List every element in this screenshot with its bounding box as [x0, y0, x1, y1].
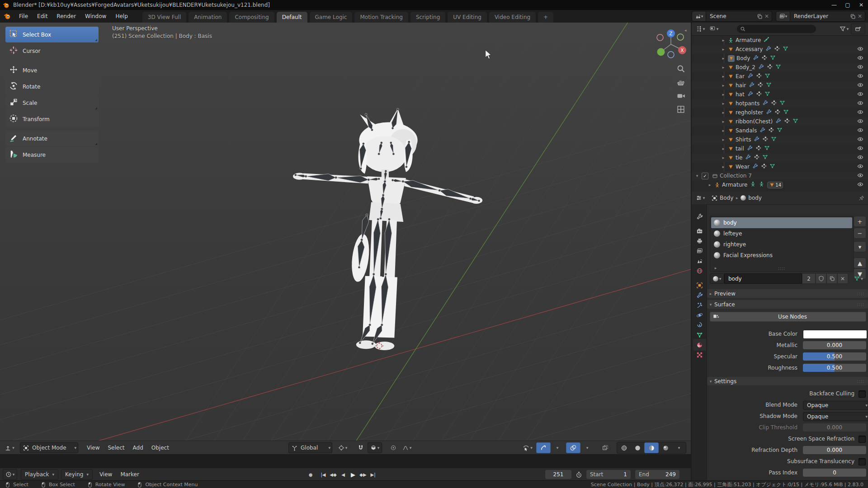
eye-icon[interactable] — [857, 163, 863, 169]
overlays-dropdown[interactable]: ▾ — [580, 443, 594, 453]
meshdata-icon[interactable] — [777, 127, 783, 133]
outliner-row-armature[interactable]: ▸Armature14 — [692, 180, 868, 189]
grip-handle[interactable]: :::: — [778, 266, 849, 271]
eye-icon[interactable] — [857, 91, 863, 97]
users-count-button[interactable]: 2 — [802, 273, 816, 284]
bone-icon[interactable] — [764, 37, 769, 42]
material-slot-facial-expressions[interactable]: Facial Expressions — [711, 250, 852, 261]
pivot-dropdown[interactable]: ▾ — [336, 443, 349, 453]
material-slot-body[interactable]: body — [711, 217, 852, 228]
outliner-item-name[interactable]: Body — [736, 55, 750, 61]
scene-selector[interactable]: ▾ Scene ✕ — [692, 11, 772, 22]
vgroup-icon[interactable] — [768, 127, 774, 133]
eye-icon[interactable] — [857, 64, 863, 70]
outliner-item-name[interactable]: hotpants — [736, 100, 760, 107]
shading-wireframe-button[interactable] — [617, 443, 631, 453]
tool-move[interactable]: Move — [5, 62, 99, 78]
workspace-tab-default[interactable]: Default — [277, 12, 307, 23]
viewport-menu-object[interactable]: Object — [147, 442, 173, 453]
new-material-button[interactable] — [826, 273, 837, 284]
section-settings[interactable]: ▾Settings:::: — [707, 377, 868, 385]
checkbox-backface-culling[interactable] — [859, 390, 866, 398]
wrench-icon[interactable] — [758, 64, 764, 70]
outliner-row-hotpants[interactable]: ▸hotpants — [692, 99, 868, 108]
new-collection-icon[interactable] — [851, 23, 865, 34]
vgroup-icon[interactable] — [767, 64, 773, 70]
outliner-row-collection-7[interactable]: ▾✓Collection 7 — [692, 171, 868, 180]
field-refraction-depth[interactable]: 0.000 — [803, 446, 866, 454]
collection-checkbox[interactable]: ✓ — [702, 173, 708, 179]
eye-icon[interactable] — [857, 172, 863, 178]
eye-icon[interactable] — [857, 82, 863, 88]
add-slot-button[interactable]: + — [854, 216, 866, 227]
outliner-item-name[interactable]: ribbon(Chest) — [736, 118, 773, 125]
overlays-toggle[interactable] — [566, 442, 580, 453]
expand-arrow-icon[interactable]: ▸ — [721, 119, 726, 124]
vgroup-icon[interactable] — [761, 55, 767, 61]
workspace-tab-game-logic[interactable]: Game Logic — [310, 12, 353, 23]
maximize-button[interactable]: ▢ — [841, 0, 854, 10]
dropdown-blend-mode[interactable]: Opaque▾ — [803, 401, 868, 410]
workspace-tab-scripting[interactable]: Scripting — [410, 12, 445, 23]
material-name-field[interactable]: body — [724, 273, 802, 284]
slot-link-dropdown[interactable]: ▾ — [852, 274, 865, 284]
expand-arrow-icon[interactable]: ▸ — [721, 38, 726, 42]
vgroup-icon[interactable] — [784, 118, 790, 124]
outliner-row-tie[interactable]: ▸tie — [692, 153, 868, 162]
stopwatch-icon[interactable] — [576, 471, 582, 478]
base-color-swatch[interactable] — [803, 330, 867, 339]
shading-rendered-button[interactable] — [659, 443, 672, 453]
pose-icon[interactable] — [750, 181, 756, 187]
field-pass-index[interactable]: 0 — [803, 469, 866, 477]
new-layer-icon[interactable] — [850, 14, 856, 19]
outliner-row-ribbon-chest-[interactable]: ▸ribbon(Chest) — [692, 117, 868, 126]
proportional-edit-icon[interactable] — [387, 443, 400, 453]
expand-arrow-icon[interactable]: ▸ — [721, 92, 726, 97]
meshdata-icon[interactable] — [783, 46, 788, 52]
scene-icon[interactable]: ▾ — [692, 12, 706, 21]
play-button[interactable]: ▶ — [348, 470, 358, 479]
menu-render[interactable]: Render — [52, 10, 80, 22]
vgroup-icon[interactable] — [774, 109, 780, 115]
browse-material-icon[interactable]: ▾ — [710, 273, 724, 284]
eye-icon[interactable] — [857, 109, 863, 115]
wrench-icon[interactable] — [760, 127, 765, 133]
meshdata-icon[interactable] — [762, 154, 768, 160]
outliner-row-wear[interactable]: ▸Wear — [692, 162, 868, 171]
record-button[interactable]: ● — [306, 470, 316, 479]
outliner-row-body-2[interactable]: ▸Body_2 — [692, 63, 868, 72]
meshdata-icon[interactable] — [770, 55, 776, 61]
expand-arrow-icon[interactable]: ▸ — [721, 83, 726, 88]
checkbox-subsurface-translucency[interactable] — [859, 458, 866, 465]
expand-arrow-icon[interactable]: ▸ — [707, 183, 712, 187]
outliner-row-accessary[interactable]: ▸Accessary — [692, 45, 868, 54]
ortho-grid-icon[interactable] — [676, 105, 685, 114]
section-preview[interactable]: ▸Preview:::: — [707, 289, 868, 298]
outliner-row-armature[interactable]: ▸Armature — [692, 36, 868, 45]
menu-window[interactable]: Window — [80, 10, 111, 22]
new-scene-icon[interactable] — [757, 14, 763, 19]
viewport-menu-view[interactable]: View — [83, 442, 104, 453]
workspace-tab-+[interactable]: + — [538, 12, 553, 23]
meshdata-icon[interactable] — [771, 136, 777, 142]
prop-field-roughness[interactable]: 0.500 — [803, 364, 866, 372]
outliner-row-body[interactable]: ▸Body — [692, 54, 868, 63]
outliner-item-name[interactable]: tail — [736, 145, 744, 152]
breadcrumb-object[interactable]: Body — [720, 195, 733, 201]
outliner-item-name[interactable]: regholster — [736, 109, 763, 116]
mode-dropdown[interactable]: Object Mode▾ — [20, 442, 78, 453]
breadcrumb-material[interactable]: body — [748, 195, 762, 201]
display-mode-dropdown[interactable]: ▾ — [707, 24, 721, 34]
outliner-item-name[interactable]: hair — [736, 82, 746, 89]
prop-field-specular[interactable]: 0.500 — [803, 352, 866, 361]
eye-icon[interactable] — [857, 154, 863, 160]
close-button[interactable]: ✕ — [854, 0, 868, 10]
remove-slot-button[interactable]: − — [854, 228, 866, 239]
tool-select-box[interactable]: Select Box — [5, 27, 99, 42]
use-nodes-button[interactable]: Use Nodes — [710, 312, 866, 322]
menu-help[interactable]: Help — [111, 10, 132, 22]
wrench-icon[interactable] — [747, 91, 753, 97]
tool-transform[interactable]: Transform — [5, 111, 99, 127]
outliner-row-hat[interactable]: ▸hat — [692, 90, 868, 99]
outliner-item-name[interactable]: Armature — [722, 182, 747, 188]
